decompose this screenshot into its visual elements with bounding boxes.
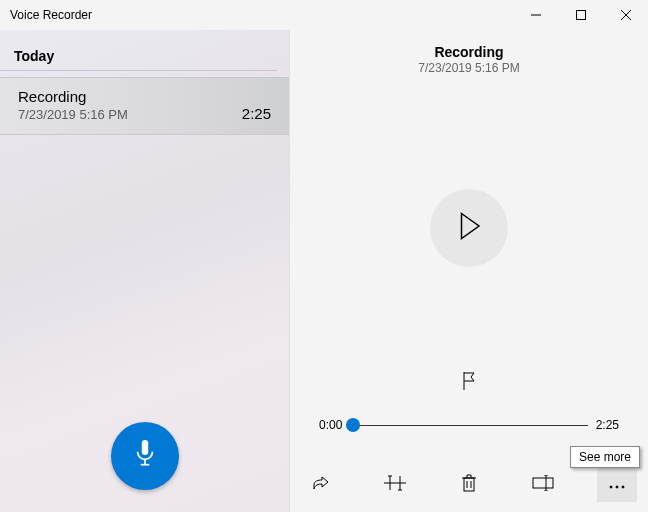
more-icon [608, 476, 626, 494]
recording-datetime: 7/23/2019 5:16 PM [18, 107, 128, 122]
record-button[interactable] [111, 422, 179, 490]
recordings-sidebar: Today Recording 7/23/2019 5:16 PM 2:25 [0, 30, 290, 512]
svg-rect-21 [533, 478, 553, 488]
add-marker-button[interactable] [459, 370, 479, 396]
flag-icon [459, 378, 479, 395]
delete-button[interactable] [449, 468, 489, 502]
rename-button[interactable] [523, 468, 563, 502]
play-button[interactable] [430, 189, 508, 267]
content: Today Recording 7/23/2019 5:16 PM 2:25 R… [0, 30, 648, 512]
recording-list-item[interactable]: Recording 7/23/2019 5:16 PM 2:25 [0, 77, 289, 135]
trim-button[interactable] [375, 468, 415, 502]
svg-point-27 [622, 486, 624, 488]
see-more-tooltip: See more [570, 446, 640, 468]
svg-rect-4 [141, 440, 147, 455]
microphone-icon [132, 439, 158, 473]
panel-header: Recording 7/23/2019 5:16 PM [418, 44, 519, 75]
section-header-today: Today [0, 30, 277, 71]
scrubber[interactable]: 0:00 2:25 [319, 418, 619, 432]
minimize-button[interactable] [513, 0, 558, 30]
svg-rect-14 [464, 478, 474, 491]
current-recording-name: Recording [418, 44, 519, 60]
share-icon [311, 474, 331, 496]
titlebar[interactable]: Voice Recorder [0, 0, 648, 30]
app-title: Voice Recorder [10, 8, 92, 22]
svg-point-25 [610, 486, 612, 488]
svg-point-26 [616, 486, 618, 488]
recording-name: Recording [18, 88, 128, 105]
current-time: 0:00 [319, 418, 342, 432]
scrubber-thumb[interactable] [346, 418, 360, 432]
trim-icon [384, 474, 406, 496]
play-icon [456, 211, 482, 245]
svg-rect-1 [576, 11, 585, 20]
maximize-button[interactable] [558, 0, 603, 30]
close-button[interactable] [603, 0, 648, 30]
rename-icon [532, 475, 554, 495]
total-time: 2:25 [596, 418, 619, 432]
current-recording-datetime: 7/23/2019 5:16 PM [418, 61, 519, 75]
scrubber-track[interactable] [350, 425, 587, 426]
svg-marker-7 [462, 213, 480, 238]
share-button[interactable] [301, 468, 341, 502]
playback-panel: Recording 7/23/2019 5:16 PM 0:00 [290, 30, 648, 512]
recording-duration: 2:25 [242, 105, 271, 122]
trash-icon [461, 473, 477, 497]
more-button[interactable] [597, 468, 637, 502]
